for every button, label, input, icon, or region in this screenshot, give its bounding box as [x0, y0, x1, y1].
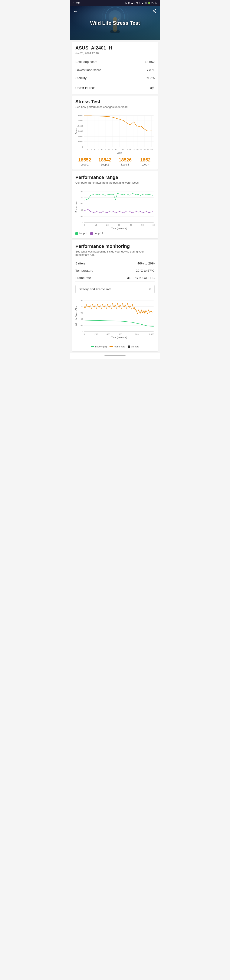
- svg-text:6 000: 6 000: [78, 135, 83, 138]
- svg-text:150: 150: [79, 190, 83, 192]
- cloud-icon: ☁: [131, 2, 133, 5]
- svg-text:Loop: Loop: [117, 151, 122, 154]
- back-button[interactable]: ←: [73, 8, 78, 14]
- svg-text:13: 13: [125, 148, 128, 150]
- svg-text:Frame rate: Frame rate: [75, 201, 78, 213]
- lowest-loop-value: 7 371: [146, 68, 155, 72]
- svg-text:10: 10: [95, 224, 97, 226]
- svg-point-9: [155, 9, 156, 10]
- stress-test-subtitle: See how performance changes under load: [75, 105, 155, 108]
- svg-text:30: 30: [81, 215, 83, 217]
- share-button[interactable]: [152, 8, 157, 14]
- status-icons: M M ☁ • ⊡ ☀ ▲ ✕ 🔋 25 %: [125, 2, 157, 5]
- svg-text:30: 30: [81, 324, 83, 326]
- dropdown-arrow-icon: ▼: [148, 288, 151, 291]
- svg-text:17: 17: [140, 148, 142, 150]
- status-time: 12:49: [73, 2, 80, 5]
- svg-text:0: 0: [84, 224, 85, 226]
- legend-battery: Battery (%): [91, 345, 107, 348]
- loop-3-label: Loop 3: [118, 163, 133, 166]
- framerate-color: [109, 346, 113, 347]
- loop17-color: [90, 232, 93, 235]
- perf-monitoring-title: Performance monitoring: [75, 243, 155, 249]
- home-indicator[interactable]: [104, 356, 126, 356]
- svg-line-17: [152, 88, 153, 89]
- battery-icon: 🔋: [148, 2, 151, 5]
- svg-point-11: [155, 12, 156, 13]
- chart-type-dropdown[interactable]: Battery and Frame rate ▼: [75, 285, 155, 293]
- screenshot-icon: ⊡: [136, 2, 138, 5]
- loop-score-4: 1852 Loop 4: [138, 157, 153, 166]
- perf-range-subtitle: Compare frame rates from the best and wo…: [75, 181, 155, 184]
- svg-text:20: 20: [150, 148, 153, 150]
- svg-text:400: 400: [107, 333, 110, 335]
- loop-2-label: Loop 2: [98, 163, 113, 166]
- perf-range-legend: Loop 1 Loop 17: [75, 232, 155, 235]
- stability-value: 39.7%: [146, 76, 155, 80]
- stress-test-chart: 18 000 15 000 12 000 9 000 6 000 3 000 0…: [75, 112, 155, 154]
- dropdown-label: Battery and Frame rate: [79, 287, 111, 291]
- svg-point-10: [153, 10, 154, 11]
- svg-text:3: 3: [91, 148, 92, 150]
- svg-text:90: 90: [81, 312, 83, 314]
- device-date: бге 25, 2024 12:48: [75, 52, 155, 55]
- loop-scores: 18552 Loop 1 18542 Loop 2 18526 Loop 3 1…: [75, 157, 155, 166]
- battery-stat-label: Battery: [75, 261, 86, 265]
- svg-text:5: 5: [98, 148, 99, 150]
- stability-label: Stability: [75, 76, 87, 80]
- loop-score-3: 18526 Loop 3: [118, 157, 133, 166]
- svg-text:90: 90: [81, 202, 83, 205]
- battery-stat-value: 46% to 26%: [137, 261, 155, 265]
- share-icon: [150, 86, 155, 91]
- svg-text:0: 0: [82, 146, 83, 148]
- svg-text:18 000: 18 000: [76, 114, 83, 117]
- svg-text:10: 10: [115, 148, 117, 150]
- svg-text:Score: Score: [75, 128, 78, 134]
- svg-text:20: 20: [106, 224, 109, 226]
- stress-test-card: Stress Test See how performance changes …: [72, 95, 158, 170]
- svg-line-12: [154, 11, 155, 12]
- temperature-stat-row: Temperature 22°C to 57°C: [75, 267, 155, 274]
- loop-3-value: 18526: [118, 157, 133, 163]
- legend-markers: Markers: [128, 345, 139, 348]
- svg-text:19: 19: [147, 148, 149, 150]
- svg-text:Wild Life Stress Test: Wild Life Stress Test: [75, 305, 78, 326]
- svg-text:1 000: 1 000: [149, 333, 154, 335]
- svg-text:15: 15: [133, 148, 135, 150]
- legend-loop17-label: Loop 17: [94, 232, 103, 235]
- temperature-stat-value: 22°C to 57°C: [136, 269, 155, 272]
- best-loop-label: Best loop score: [75, 60, 97, 64]
- user-guide-row[interactable]: USER GUIDE: [75, 83, 155, 91]
- svg-text:0: 0: [82, 221, 83, 224]
- dot-icon: •: [134, 2, 135, 4]
- loop-1-value: 18552: [77, 157, 92, 163]
- svg-text:1: 1: [84, 148, 84, 150]
- battery-framerate-chart: 150 120 90 60 30 0 Wild Life Stress Test: [75, 297, 155, 344]
- legend-loop1-label: Loop 1: [79, 232, 87, 235]
- legend-battery-label: Battery (%): [95, 345, 107, 348]
- svg-text:0: 0: [84, 333, 85, 335]
- best-loop-row: Best loop score 18 552: [75, 58, 155, 66]
- svg-point-14: [153, 86, 154, 88]
- legend-loop17: Loop 17: [90, 232, 103, 235]
- svg-text:600: 600: [119, 333, 122, 335]
- temperature-stat-label: Temperature: [75, 269, 93, 272]
- stress-test-title: Stress Test: [75, 99, 155, 105]
- svg-text:120: 120: [79, 196, 83, 199]
- svg-text:16: 16: [136, 148, 138, 150]
- svg-line-18: [152, 87, 153, 88]
- device-info-card: ASUS_AI2401_H бге 25, 2024 12:48 Best lo…: [72, 42, 158, 94]
- svg-line-13: [154, 10, 155, 11]
- framerate-stat-label: Frame rate: [75, 276, 91, 280]
- lowest-loop-label: Lowest loop score: [75, 68, 101, 72]
- hero-title: Wild Life Stress Test: [90, 20, 140, 26]
- performance-monitoring-card: Performance monitoring See what was happ…: [72, 240, 158, 351]
- hero-section: Wild Life Stress Test ←: [70, 6, 160, 40]
- svg-text:12 000: 12 000: [76, 125, 83, 127]
- svg-point-16: [153, 89, 154, 90]
- framerate-stat-row: Frame rate 31 FPS to 141 FPS: [75, 274, 155, 282]
- performance-range-chart: 150 120 90 60 30 0 Frame rate: [75, 188, 155, 230]
- svg-text:120: 120: [79, 305, 83, 307]
- svg-text:14: 14: [129, 148, 132, 150]
- markers-color: [128, 345, 130, 348]
